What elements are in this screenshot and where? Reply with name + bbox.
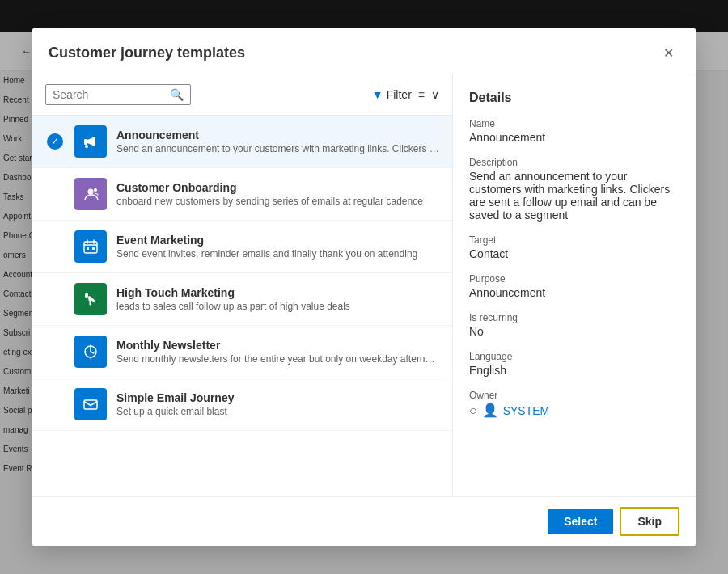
owner-row: ○ 👤 SYSTEM (469, 403, 679, 418)
language-value: English (469, 364, 679, 377)
purpose-field: Purpose Announcement (469, 273, 679, 299)
template-item-announcement[interactable]: ✓ Announcement Send an announcement to (32, 116, 452, 168)
details-panel: Details Name Announcement Description Se… (453, 74, 696, 496)
simpleemail-icon (74, 388, 107, 420)
recurring-label: Is recurring (469, 312, 679, 323)
event-icon (74, 230, 107, 263)
svg-point-2 (88, 189, 94, 195)
collapse-button[interactable]: ∨ (431, 88, 439, 101)
chevron-down-icon: ∨ (431, 88, 439, 101)
template-item-newsletter[interactable]: Monthly Newsletter Send monthly newslett… (32, 326, 452, 378)
description-label: Description (469, 157, 679, 168)
hightouch-name: High Touch Marketing (116, 286, 439, 299)
dialog-title: Customer journey templates (49, 44, 245, 61)
onboarding-name: Customer Onboarding (116, 181, 439, 194)
newsletter-name: Monthly Newsletter (116, 339, 439, 352)
recurring-value: No (469, 325, 679, 338)
hightouch-text: High Touch Marketing leads to sales call… (116, 286, 439, 312)
search-input[interactable] (53, 88, 165, 101)
dialog-header: Customer journey templates ✕ (32, 28, 696, 74)
template-item-hightouch[interactable]: High Touch Marketing leads to sales call… (32, 273, 452, 326)
owner-circle-icon: ○ (469, 403, 477, 418)
filter-icon: ▼ (372, 88, 383, 101)
sort-button[interactable]: ≡ (418, 88, 425, 101)
simpleemail-name: Simple Email Journey (116, 391, 439, 404)
name-field: Name Announcement (469, 118, 679, 144)
owner-label: Owner (469, 390, 679, 401)
onboarding-icon (74, 178, 107, 210)
svg-rect-7 (84, 400, 97, 409)
svg-rect-0 (84, 139, 87, 145)
announcement-text: Announcement Send an announcement to you… (116, 129, 439, 154)
description-value: Send an announcement to your customers w… (469, 170, 679, 222)
filter-label: Filter (387, 88, 412, 101)
skip-button[interactable]: Skip (620, 507, 679, 536)
close-button[interactable]: ✕ (657, 41, 679, 64)
template-item-onboarding[interactable]: Customer Onboarding onboard new customer… (32, 168, 452, 221)
template-item-event[interactable]: Event Marketing Send event invites, remi… (32, 221, 452, 273)
search-input-wrap[interactable]: 🔍 (45, 84, 191, 105)
newsletter-icon (74, 336, 107, 368)
search-icon: 🔍 (170, 88, 184, 101)
simpleemail-desc: Set up a quick email blast (116, 406, 439, 417)
search-bar: 🔍 ▼ Filter ≡ ∨ (32, 74, 452, 116)
target-field: Target Contact (469, 234, 679, 260)
onboarding-desc: onboard new customers by sending series … (116, 196, 439, 207)
announcement-desc: Send an announcement to your customers w… (116, 143, 439, 154)
event-name: Event Marketing (116, 234, 439, 247)
svg-rect-5 (87, 247, 89, 250)
svg-point-3 (94, 188, 97, 192)
sort-icon: ≡ (418, 88, 425, 101)
template-item-simpleemail[interactable]: Simple Email Journey Set up a quick emai… (32, 378, 452, 431)
details-heading: Details (469, 91, 679, 105)
simpleemail-text: Simple Email Journey Set up a quick emai… (116, 391, 439, 417)
filter-button[interactable]: ▼ Filter (372, 88, 412, 101)
newsletter-text: Monthly Newsletter Send monthly newslett… (116, 339, 439, 365)
dialog-body: 🔍 ▼ Filter ≡ ∨ (32, 74, 696, 496)
template-list-panel: 🔍 ▼ Filter ≡ ∨ (32, 74, 453, 496)
language-label: Language (469, 351, 679, 362)
event-desc: Send event invites, reminder emails and … (116, 248, 439, 260)
selected-checkmark: ✓ (47, 133, 63, 150)
announcement-name: Announcement (116, 129, 439, 141)
owner-link[interactable]: SYSTEM (503, 404, 550, 417)
check-wrap: ✓ (45, 133, 65, 150)
purpose-value: Announcement (469, 286, 679, 299)
announcement-icon (74, 125, 107, 158)
onboarding-text: Customer Onboarding onboard new customer… (116, 181, 439, 207)
template-list: ✓ Announcement Send an announcement to (32, 116, 452, 496)
description-field: Description Send an announcement to your… (469, 157, 679, 222)
target-label: Target (469, 234, 679, 246)
purpose-label: Purpose (469, 273, 679, 285)
svg-rect-6 (92, 247, 95, 250)
recurring-field: Is recurring No (469, 312, 679, 338)
owner-person-icon: 👤 (482, 403, 498, 418)
owner-field: Owner ○ 👤 SYSTEM (469, 390, 679, 418)
target-value: Contact (469, 247, 679, 260)
select-button[interactable]: Select (548, 509, 613, 534)
event-text: Event Marketing Send event invites, remi… (116, 234, 439, 260)
svg-rect-4 (84, 242, 97, 253)
modal-overlay: Customer journey templates ✕ 🔍 ▼ Filter (0, 0, 728, 574)
dialog-footer: Select Skip (32, 496, 696, 546)
name-label: Name (469, 118, 679, 129)
name-value: Announcement (469, 131, 679, 144)
hightouch-desc: leads to sales call follow up as part of… (116, 301, 439, 312)
svg-point-1 (85, 145, 88, 148)
language-field: Language English (469, 351, 679, 377)
customer-journey-dialog: Customer journey templates ✕ 🔍 ▼ Filter (32, 28, 696, 546)
filter-area: ▼ Filter ≡ ∨ (372, 88, 439, 101)
hightouch-icon (74, 283, 107, 315)
newsletter-desc: Send monthly newsletters for the entire … (116, 353, 439, 365)
